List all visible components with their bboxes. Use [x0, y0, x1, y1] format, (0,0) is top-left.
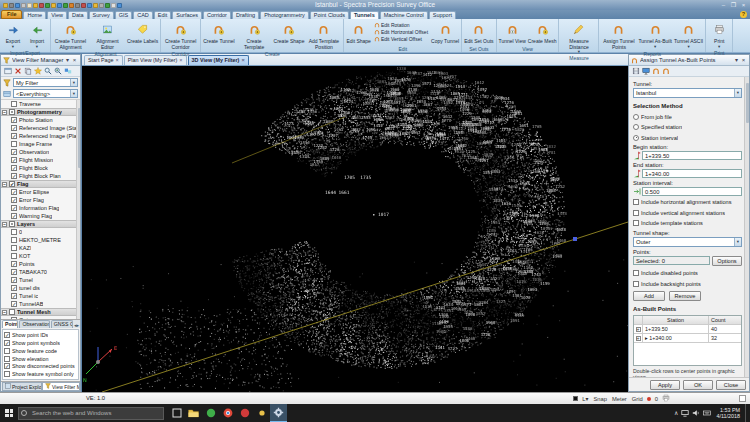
magnifier-plus-icon[interactable]	[53, 67, 62, 76]
tree-item-kazi[interactable]: KAZI	[1, 244, 76, 252]
tree-item-error-flag[interactable]: ✓Error Flag	[1, 196, 76, 204]
radio-from-job-file[interactable]: From job file	[633, 112, 742, 121]
ribbon-button-edit-rotation[interactable]: Edit Rotation	[374, 22, 428, 28]
chevron-down-icon[interactable]: ▾	[70, 90, 77, 97]
show-desktop-button[interactable]	[745, 404, 748, 422]
tree-item-observation[interactable]: ✓Observation	[1, 148, 76, 156]
radio-station-interval[interactable]: Station interval	[633, 133, 742, 142]
tree-checkbox[interactable]: ✓	[11, 261, 17, 267]
3d-view-canvas[interactable]	[82, 66, 628, 392]
ribbon-tab-machine-control[interactable]: Machine Control	[380, 11, 428, 19]
quick-access-icon[interactable]	[63, 3, 68, 8]
tree-checkbox[interactable]: ✓	[11, 125, 17, 131]
chevron-down-icon[interactable]: ▾	[70, 79, 77, 86]
chrome-icon[interactable]	[219, 404, 236, 422]
checkbox[interactable]	[633, 270, 639, 276]
tree-item-tabaka70[interactable]: ✓TABAKA70	[1, 268, 76, 276]
tree-checkbox[interactable]	[9, 221, 15, 227]
check-include-backsight-points[interactable]: Include backsight points	[633, 279, 742, 288]
swap-icon[interactable]	[63, 67, 72, 76]
chevron-down-icon[interactable]: ▾	[734, 238, 741, 246]
expand-icon[interactable]: +	[636, 327, 641, 332]
file-explorer-icon[interactable]	[185, 404, 202, 422]
ribbon-button-edit-set-outs[interactable]: Edit Set Outs	[463, 20, 494, 45]
ribbon-button-edit-vertical-offset[interactable]: Edit Vertical Offset	[374, 36, 428, 42]
ribbon-button-measure-distance[interactable]: Measure Distance▾	[560, 20, 597, 54]
ribbon-tab-gis[interactable]: GIS	[115, 11, 132, 19]
taskbar-search-input[interactable]: Search the web and Windows	[18, 407, 164, 420]
tree-checkbox[interactable]: ✓	[11, 269, 17, 275]
tree-item-0[interactable]: 0	[1, 228, 76, 236]
quick-access-icon[interactable]	[39, 3, 44, 8]
tunnel-shape-select[interactable]: Outer▾	[633, 237, 742, 247]
tab-scroll-arrows[interactable]: ◂▸	[74, 322, 80, 328]
copy-icon[interactable]	[23, 67, 32, 76]
tree-item-tunnelab[interactable]: ✓TunnelAB	[1, 300, 76, 308]
ribbon-tab-view[interactable]: View	[47, 11, 67, 19]
tree-item-photo-station[interactable]: ✓Photo Station	[1, 116, 76, 124]
chevron-up-icon[interactable]: ∧	[674, 404, 678, 422]
magnifier-icon[interactable]	[43, 67, 52, 76]
ribbon-button-tunnel-view[interactable]: Tunnel View	[498, 20, 527, 45]
tree-item-error-ellipse[interactable]: ✓Error Ellipse	[1, 188, 76, 196]
start-button[interactable]	[0, 404, 18, 422]
tree-checkbox[interactable]: ✓	[11, 165, 17, 171]
ribbon-tab-point-clouds[interactable]: Point Clouds	[310, 11, 349, 19]
help-icon[interactable]: ?	[740, 11, 747, 18]
tree-item-flight-block-plan[interactable]: ✓Flight Block Plan	[1, 172, 76, 180]
radio-button[interactable]	[633, 124, 639, 130]
tunnel-icon[interactable]	[661, 67, 670, 76]
collapse-icon[interactable]: –	[2, 182, 7, 187]
ribbon-button-add-template-position[interactable]: Add Template Position	[305, 20, 342, 50]
print-status-icon[interactable]	[662, 394, 670, 403]
option-show-elevation[interactable]: Show elevation	[4, 355, 77, 363]
app-icon-yellow[interactable]	[253, 404, 270, 422]
ribbon-tab-tunnels[interactable]: Tunnels	[350, 11, 379, 19]
tree-checkbox[interactable]	[11, 317, 17, 319]
ribbon-tab-home[interactable]: Home	[23, 11, 46, 19]
tree-checkbox[interactable]: ✓	[11, 197, 17, 203]
ribbon-button-create-shape[interactable]: Create Shape	[273, 20, 306, 50]
tree-checkbox[interactable]	[11, 229, 17, 235]
add-button[interactable]: Add	[633, 291, 665, 301]
tree-item-warning-flag[interactable]: ✓Warning Flag	[1, 212, 76, 220]
quick-access-icon[interactable]	[93, 3, 98, 8]
tree-checkbox[interactable]	[9, 109, 15, 115]
tree-item-layers[interactable]: –Layers	[1, 220, 76, 228]
ribbon-button-export[interactable]: Export▾	[1, 20, 25, 49]
table-row[interactable]: +1+339.5040	[634, 325, 741, 334]
tree-item-outer[interactable]: Outer	[1, 316, 76, 319]
radio-specified-station[interactable]: Specified station	[633, 123, 742, 132]
tree-checkbox[interactable]: ✓	[11, 277, 17, 283]
color-swatch[interactable]	[573, 396, 578, 401]
remove-button[interactable]: Remove	[669, 291, 701, 301]
quick-access-icon[interactable]	[99, 3, 104, 8]
option-show-disconnected-points[interactable]: ✓Show disconnected points	[4, 362, 77, 370]
ribbon-button-create-tunnel-alignment[interactable]: Create Tunnel Alignment	[52, 20, 89, 50]
panel-tab-view-filter-ma-[interactable]: View Filter Ma.	[42, 382, 80, 391]
ribbon-tab-support[interactable]: Support	[429, 11, 456, 19]
toggle-grid[interactable]: Grid	[631, 396, 644, 402]
tree-checkbox[interactable]: ✓	[9, 181, 15, 187]
pin-icon[interactable]: ▾	[733, 56, 740, 65]
ribbon-button-copy-tunnel[interactable]: Copy Tunnel	[430, 20, 460, 45]
tree-checkbox[interactable]: ✓	[11, 205, 17, 211]
radio-button[interactable]	[633, 135, 639, 141]
minimize-button[interactable]: –	[720, 1, 727, 9]
check-include-template-stations[interactable]: Include template stations	[633, 219, 742, 228]
quick-access-toolbar[interactable]	[3, 3, 122, 8]
ribbon-button-create-tunnel-corridor[interactable]: Create Tunnel Corridor	[162, 20, 199, 50]
quick-access-icon[interactable]	[21, 3, 26, 8]
tree-checkbox[interactable]	[11, 245, 17, 251]
tree-item-flight-mission[interactable]: ✓Flight Mission	[1, 156, 76, 164]
window-icon[interactable]	[3, 67, 12, 76]
right-panel-scrollbar[interactable]	[744, 77, 749, 377]
ribbon-tab-survey[interactable]: Survey	[89, 11, 114, 19]
tab-gnss-o[interactable]: GNSS O	[51, 320, 73, 328]
apply-button[interactable]: Apply	[650, 380, 680, 390]
close-panel-icon[interactable]: ×	[740, 56, 747, 65]
option-show-feature-code[interactable]: Show feature code	[4, 347, 77, 355]
check-include-disabled-points[interactable]: Include disabled points	[633, 269, 742, 278]
tree-checkbox[interactable]	[9, 309, 15, 315]
station-picker-icon[interactable]	[633, 151, 641, 160]
